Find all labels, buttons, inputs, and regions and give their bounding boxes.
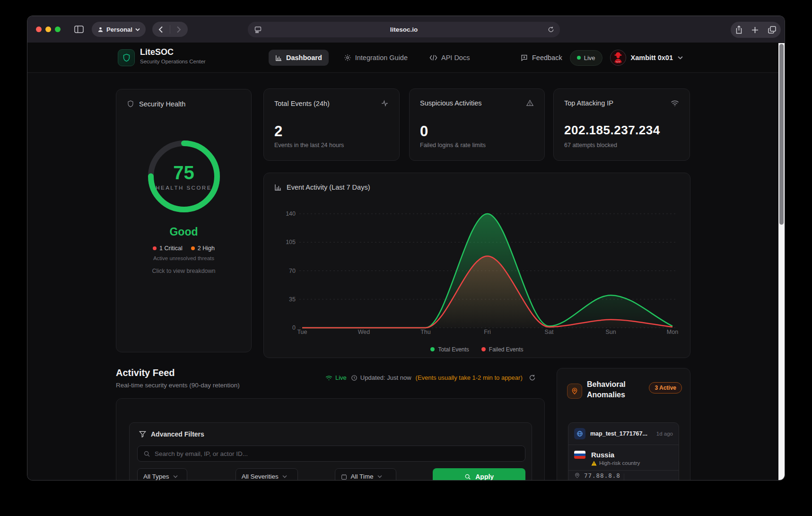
anomaly-event-footer — [568, 470, 679, 481]
user-menu[interactable]: </> Xambitt 0x01 — [610, 50, 683, 66]
app-name: LiteSOC — [140, 47, 174, 57]
stat-value: 2 — [274, 123, 283, 140]
svg-text:Fri: Fri — [484, 329, 491, 335]
card-title: Suspicious Activities — [420, 99, 482, 107]
breakdown-hint[interactable]: Click to view breakdown — [116, 268, 251, 274]
security-health-card[interactable]: Security Health 75 HEALTH SCORE Good — [116, 89, 252, 352]
back-button[interactable] — [152, 22, 170, 37]
tab-api-docs[interactable]: API Docs — [423, 50, 476, 66]
type-filter-dropdown[interactable]: All Types — [137, 468, 187, 481]
refresh-icon[interactable] — [529, 374, 536, 381]
card-title: Security Health — [139, 100, 185, 108]
shield-icon — [122, 53, 131, 62]
anomaly-event-time: 1d ago — [656, 431, 673, 437]
feed-live: Live — [325, 374, 347, 381]
anomalies-title: Behavioral Anomalies — [587, 379, 626, 400]
event-activity-chart: 14010570350TueWedThuFriSatSunMon — [264, 173, 690, 358]
apply-label: Apply — [475, 473, 494, 481]
apply-button[interactable]: Apply — [433, 468, 525, 481]
svg-text:105: 105 — [286, 239, 296, 245]
total-events-card: Total Events (24h) 2 Events in the last … — [263, 88, 400, 161]
header-right: Feedback Live — [520, 49, 683, 67]
feedback-icon — [520, 54, 528, 61]
feed-hint: (Events usually take 1-2 min to appear) — [416, 374, 523, 381]
wifi-icon — [325, 375, 332, 381]
svg-text:Sun: Sun — [605, 329, 616, 335]
top-attacking-ip-card: Top Attacking IP 202.185.237.234 67 atte… — [553, 88, 690, 161]
health-score-caption: HEALTH SCORE — [142, 185, 226, 191]
tab-label: API Docs — [441, 54, 470, 61]
forward-button[interactable] — [170, 22, 188, 37]
filters-title: Advanced Filters — [151, 430, 204, 438]
svg-text:Thu: Thu — [420, 329, 431, 335]
svg-text:Sat: Sat — [545, 329, 554, 335]
search-box — [137, 446, 525, 462]
type-filter-value: All Types — [143, 473, 169, 480]
live-label: Live — [584, 54, 595, 61]
live-dot — [577, 56, 581, 60]
tab-overview-icon[interactable] — [768, 26, 776, 34]
clock-icon — [351, 375, 358, 381]
calendar-icon — [341, 473, 347, 480]
russia-flag-icon — [574, 451, 585, 459]
shield-icon — [127, 100, 134, 108]
new-tab-icon[interactable] — [751, 26, 759, 34]
card-title: Top Attacking IP — [564, 99, 613, 107]
svg-text:Wed: Wed — [358, 329, 370, 335]
user-name: Xambitt 0x01 — [631, 54, 673, 61]
chevron-down-icon — [135, 28, 140, 31]
tab-integration-guide[interactable]: Integration Guide — [337, 50, 414, 66]
stat-subtitle: Events in the last 24 hours — [274, 142, 344, 149]
screenshot-stage: Personal liteso — [0, 0, 812, 516]
high-dot — [191, 246, 195, 250]
severity-filter-value: All Severities — [242, 473, 279, 480]
chrome-actions — [731, 22, 781, 38]
tab-dashboard[interactable]: Dashboard — [269, 50, 329, 66]
time-filter-dropdown[interactable]: All Time — [335, 468, 397, 481]
reload-icon[interactable] — [548, 26, 554, 33]
svg-text:Tue: Tue — [297, 329, 307, 335]
close-window-button[interactable] — [36, 26, 42, 32]
app-subtitle: Security Operations Center — [140, 59, 206, 64]
severity-filter-dropdown[interactable]: All Severities — [236, 468, 298, 481]
card-title: Total Events (24h) — [274, 100, 330, 107]
minimize-window-button[interactable] — [45, 26, 51, 32]
chart-legend: Total EventsFailed Events — [264, 346, 690, 353]
risk-label: High-risk country — [591, 460, 640, 466]
feedback-button[interactable]: Feedback — [520, 54, 562, 61]
share-icon[interactable] — [735, 26, 742, 34]
address-bar[interactable]: litesoc.io — [248, 22, 560, 37]
sidebar-toggle-button[interactable] — [71, 22, 87, 37]
svg-text:0: 0 — [292, 324, 296, 331]
stat-subtitle: 67 attempts blocked — [564, 142, 617, 149]
globe-icon — [574, 428, 585, 439]
stat-subtitle: Failed logins & rate limits — [420, 142, 486, 149]
critical-count: 1 Critical — [153, 245, 183, 252]
history-nav-group — [152, 22, 188, 37]
active-count-badge: 3 Active — [649, 382, 682, 394]
chevron-down-icon — [377, 475, 382, 478]
legend-item: Failed Events — [481, 346, 524, 353]
sidebar-icon — [74, 26, 84, 33]
page-scrollbar-thumb[interactable] — [779, 44, 784, 225]
feed-updated: Updated: Just now — [351, 374, 411, 381]
svg-text:140: 140 — [286, 210, 296, 217]
search-input[interactable] — [155, 450, 503, 457]
behavioral-anomalies-panel: Behavioral Anomalies 3 Active map_test_1… — [557, 368, 690, 481]
traffic-lights — [36, 26, 61, 32]
profile-switcher[interactable]: Personal — [92, 22, 146, 37]
page-scrollbar-track[interactable] — [778, 43, 785, 481]
legend-item: Total Events — [430, 346, 469, 353]
live-status-pill: Live — [570, 50, 602, 66]
svg-text:35: 35 — [289, 296, 296, 303]
anomaly-event-body: Russia High-risk country — [568, 445, 679, 481]
chevron-down-icon — [173, 475, 178, 478]
health-gauge: 75 HEALTH SCORE Good 1 Critical 2 High A… — [116, 135, 251, 274]
health-score: 75 — [142, 162, 226, 184]
anomaly-event-card[interactable]: map_test_1771767... 1d ago Russia — [568, 422, 679, 481]
wifi-icon — [671, 100, 679, 106]
gear-icon — [344, 54, 351, 61]
litesoc-page: LiteSOC Security Operations Center Dashb… — [27, 43, 785, 481]
zoom-window-button[interactable] — [55, 26, 61, 32]
threats-note: Active unresolved threats — [116, 255, 251, 261]
